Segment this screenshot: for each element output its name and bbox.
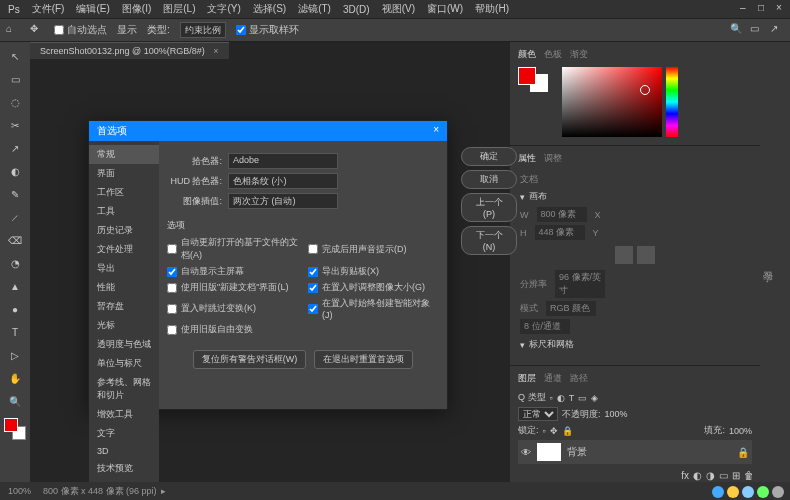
cancel-button[interactable]: 取消 <box>461 170 517 189</box>
cat-export[interactable]: 导出 <box>89 259 159 278</box>
tab-adjustments[interactable]: 调整 <box>544 152 562 165</box>
picker-select[interactable]: Adobe <box>228 153 338 169</box>
next-button[interactable]: 下一个(N) <box>461 226 517 255</box>
show-transform-checkbox[interactable] <box>236 25 246 35</box>
clone-tool[interactable]: ⟋ <box>5 207 25 227</box>
filter-shape-icon[interactable]: ▭ <box>578 393 587 403</box>
menu-select[interactable]: 选择(S) <box>253 2 286 16</box>
pref-checkbox-8[interactable] <box>167 325 177 335</box>
cat-history[interactable]: 历史记录 <box>89 221 159 240</box>
trash-icon[interactable]: 🗑 <box>744 470 754 481</box>
tab-gradients[interactable]: 渐变 <box>570 48 588 61</box>
menu-view[interactable]: 视图(V) <box>382 2 415 16</box>
reset-warnings-button[interactable]: 复位所有警告对话框(W) <box>193 350 307 369</box>
tab-properties[interactable]: 属性 <box>518 152 536 165</box>
pref-checkbox-7[interactable] <box>308 304 318 314</box>
pref-checkbox-3[interactable] <box>308 267 318 277</box>
maximize-icon[interactable]: □ <box>758 2 768 12</box>
filter-adj-icon[interactable]: ◐ <box>557 393 565 403</box>
menu-help[interactable]: 帮助(H) <box>475 2 509 16</box>
cat-3d[interactable]: 3D <box>89 443 159 459</box>
interp-select[interactable]: 两次立方 (自动) <box>228 193 338 209</box>
cat-workspace[interactable]: 工作区 <box>89 183 159 202</box>
opacity-value[interactable]: 100% <box>605 409 628 419</box>
menu-filter[interactable]: 滤镜(T) <box>298 2 331 16</box>
document-tab[interactable]: ScreenShot00132.png @ 100%(RGB/8#) × <box>30 42 229 59</box>
move-tool[interactable]: ↖ <box>5 46 25 66</box>
pref-check-2[interactable]: 自动显示主屏幕 <box>167 265 298 278</box>
pref-check-1[interactable]: 完成后用声音提示(D) <box>308 236 439 262</box>
brush-tool[interactable]: ✎ <box>5 184 25 204</box>
orient-landscape-icon[interactable] <box>637 246 655 264</box>
prev-button[interactable]: 上一个(P) <box>461 193 517 222</box>
type-select[interactable]: 约束比例 <box>180 22 226 38</box>
height-field[interactable]: 448 像素 <box>535 225 585 240</box>
reset-on-quit-button[interactable]: 在退出时重置首选项 <box>314 350 413 369</box>
tab-paths[interactable]: 路径 <box>570 372 588 385</box>
menu-file[interactable]: 文件(F) <box>32 2 65 16</box>
cat-tech[interactable]: 技术预览 <box>89 459 159 478</box>
menu-image[interactable]: 图像(I) <box>122 2 151 16</box>
hand-tool[interactable]: ✋ <box>5 368 25 388</box>
gradient-tool[interactable]: ◔ <box>5 253 25 273</box>
frame-tool[interactable]: ↗ <box>5 138 25 158</box>
home-icon[interactable]: ⌂ <box>6 23 20 37</box>
menu-window[interactable]: 窗口(W) <box>427 2 463 16</box>
cat-scratch[interactable]: 暂存盘 <box>89 297 159 316</box>
close-icon[interactable]: × <box>776 2 786 12</box>
group-icon[interactable]: ▭ <box>719 470 728 481</box>
hud-select[interactable]: 色相条纹 (小) <box>228 173 338 189</box>
search-icon[interactable]: 🔍 <box>730 23 744 37</box>
shape-tool[interactable]: ● <box>5 299 25 319</box>
tab-swatches[interactable]: 色板 <box>544 48 562 61</box>
eyedropper-tool[interactable]: ◐ <box>5 161 25 181</box>
visibility-icon[interactable]: 👁 <box>521 447 531 458</box>
auto-select-checkbox[interactable] <box>54 25 64 35</box>
tab-channels[interactable]: 通道 <box>544 372 562 385</box>
fx-icon[interactable]: fx <box>681 470 689 481</box>
tab-close-icon[interactable]: × <box>213 46 218 56</box>
lock-pos-icon[interactable]: ✥ <box>550 426 558 436</box>
pref-check-5[interactable]: 在置入时调整图像大小(G) <box>308 281 439 294</box>
pref-checkbox-4[interactable] <box>167 283 177 293</box>
collapsed-panels[interactable]: 学习 <box>760 42 790 482</box>
tool-preset-icon[interactable]: ✥ <box>30 23 44 37</box>
cat-general[interactable]: 常规 <box>89 145 159 164</box>
tab-color[interactable]: 颜色 <box>518 48 536 61</box>
type-tool[interactable]: T <box>5 322 25 342</box>
mask-icon[interactable]: ◐ <box>693 470 702 481</box>
pref-check-7[interactable]: 在置入时始终创建智能对象(J) <box>308 297 439 320</box>
adj-layer-icon[interactable]: ◑ <box>706 470 715 481</box>
blend-mode-select[interactable]: 正常 <box>518 407 558 421</box>
bits-field[interactable]: 8 位/通道 <box>520 319 570 334</box>
filter-type-icon[interactable]: T <box>569 393 575 403</box>
pen-tool[interactable]: ▲ <box>5 276 25 296</box>
crop-tool[interactable]: ✂ <box>5 115 25 135</box>
status-arrow-icon[interactable]: ▸ <box>161 486 166 496</box>
lock-pixels-icon[interactable]: ▫ <box>543 426 546 436</box>
pref-check-8[interactable]: 使用旧版自由变换 <box>167 323 298 336</box>
pref-checkbox-0[interactable] <box>167 244 177 254</box>
dialog-close-icon[interactable]: × <box>433 124 439 138</box>
cat-filehandling[interactable]: 文件处理 <box>89 240 159 259</box>
pref-check-6[interactable]: 置入时跳过变换(K) <box>167 297 298 320</box>
cat-performance[interactable]: 性能 <box>89 278 159 297</box>
path-tool[interactable]: ▷ <box>5 345 25 365</box>
zoom-level[interactable]: 100% <box>8 486 31 496</box>
cat-cursors[interactable]: 光标 <box>89 316 159 335</box>
color-swatches[interactable] <box>4 418 26 440</box>
lock-all-icon[interactable]: 🔒 <box>562 426 573 436</box>
mode-field[interactable]: RGB 颜色 <box>546 301 596 316</box>
layer-name[interactable]: 背景 <box>567 445 587 459</box>
cat-guides[interactable]: 参考线、网格和切片 <box>89 373 159 405</box>
hue-slider[interactable] <box>666 67 678 137</box>
marquee-tool[interactable]: ▭ <box>5 69 25 89</box>
zoom-tool[interactable]: 🔍 <box>5 391 25 411</box>
tray-icon-4[interactable] <box>757 486 769 498</box>
menu-layer[interactable]: 图层(L) <box>163 2 195 16</box>
filter-pixel-icon[interactable]: ▫ <box>550 393 553 403</box>
tray-icon-5[interactable] <box>772 486 784 498</box>
pref-checkbox-2[interactable] <box>167 267 177 277</box>
cat-units[interactable]: 单位与标尺 <box>89 354 159 373</box>
pref-check-3[interactable]: 导出剪贴板(X) <box>308 265 439 278</box>
